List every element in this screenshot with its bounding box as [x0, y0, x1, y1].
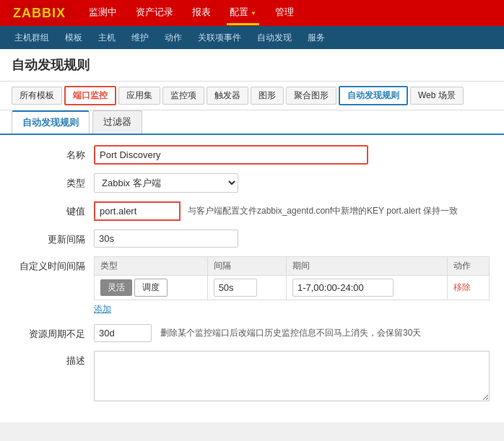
- nav-autodiscovery[interactable]: 自动发现: [250, 29, 299, 47]
- type-label: 类型: [14, 173, 94, 190]
- filter-port-monitor[interactable]: 端口监控: [64, 86, 116, 105]
- key-hint-text: 与客户端配置文件zabbix_agentd.conf中新增的KEY port.a…: [188, 205, 458, 217]
- form-row-type: 类型 Zabbix 客户端: [14, 173, 490, 193]
- nav-actions[interactable]: 动作: [157, 29, 189, 47]
- custom-interval-control: 类型 间隔 期间 动作 灵活 调度: [94, 256, 490, 315]
- row-period-input[interactable]: [292, 279, 394, 297]
- second-navigation: 主机群组 模板 主机 维护 动作 关联项事件 自动发现 服务: [0, 26, 504, 49]
- row-type: 灵活 调度: [95, 276, 208, 300]
- filter-all-templates[interactable]: 所有模板: [12, 87, 62, 105]
- sub-tabs: 自动发现规则 过滤器: [0, 110, 504, 135]
- nav-hosts[interactable]: 主机: [91, 29, 123, 47]
- subtab-autodiscovery[interactable]: 自动发现规则: [12, 110, 90, 134]
- row-interval: [207, 276, 286, 300]
- nav-monitor[interactable]: 监测中: [86, 1, 120, 25]
- btn-flexible[interactable]: 灵活: [100, 279, 132, 296]
- row-period: [286, 276, 447, 300]
- key-control: port.alert 与客户端配置文件zabbix_agentd.conf中新增…: [94, 201, 490, 221]
- interval-table: 类型 间隔 期间 动作 灵活 调度: [94, 256, 490, 300]
- filter-monitor-items[interactable]: 监控项: [162, 87, 204, 105]
- filter-tabs: 所有模板 端口监控 应用集 监控项 触发器 图形 聚合图形 自动发现规则 Web…: [0, 82, 504, 110]
- page-header: 自动发现规则: [0, 49, 504, 82]
- form-row-description: 描述: [14, 351, 490, 403]
- form-row-resource: 资源周期不足 删除某个监控端口后改端口历史监控信息不回马上消失，会保留30天: [14, 324, 490, 342]
- top-navigation: ZABBIX 监测中 资产记录 报表 配置 管理: [0, 0, 504, 26]
- col-interval: 间隔: [207, 257, 286, 276]
- nav-templates[interactable]: 模板: [58, 29, 90, 47]
- update-interval-control: [94, 230, 490, 248]
- form-area: 名称 类型 Zabbix 客户端 键值 port.alert 与客户端配置文件z…: [0, 135, 504, 422]
- row-action: 移除: [447, 276, 489, 300]
- key-label: 键值: [14, 201, 94, 218]
- form-row-name: 名称: [14, 145, 490, 165]
- custom-interval-label: 自定义时间间隔: [14, 256, 94, 273]
- remove-link[interactable]: 移除: [453, 282, 471, 292]
- form-row-key: 键值 port.alert 与客户端配置文件zabbix_agentd.conf…: [14, 201, 490, 221]
- resource-hint: 删除某个监控端口后改端口历史监控信息不回马上消失，会保留30天: [160, 327, 421, 339]
- nav-report[interactable]: 报表: [189, 1, 214, 25]
- name-label: 名称: [14, 145, 94, 162]
- filter-web-scenarios[interactable]: Web 场景: [410, 87, 464, 105]
- filter-graphs[interactable]: 图形: [251, 87, 284, 105]
- update-interval-input[interactable]: [94, 230, 238, 248]
- name-input[interactable]: [94, 145, 368, 165]
- form-row-update-interval: 更新间隔: [14, 230, 490, 248]
- filter-autodiscovery-rules[interactable]: 自动发现规则: [339, 86, 408, 105]
- top-nav-items: 监测中 资产记录 报表 配置 管理: [86, 1, 297, 25]
- col-type: 类型: [95, 257, 208, 276]
- resource-inline: 删除某个监控端口后改端口历史监控信息不回马上消失，会保留30天: [94, 324, 490, 342]
- btn-schedule[interactable]: 调度: [134, 279, 168, 297]
- add-interval-link[interactable]: 添加: [94, 303, 111, 315]
- filter-aggregate-graphs[interactable]: 聚合图形: [286, 87, 336, 105]
- key-inline: port.alert 与客户端配置文件zabbix_agentd.conf中新增…: [94, 201, 490, 221]
- resource-label: 资源周期不足: [14, 324, 94, 341]
- nav-admin[interactable]: 管理: [272, 1, 297, 25]
- subtab-filter[interactable]: 过滤器: [92, 110, 142, 134]
- type-control: Zabbix 客户端: [94, 173, 490, 193]
- nav-correlations[interactable]: 关联项事件: [191, 29, 248, 47]
- form-row-custom-interval: 自定义时间间隔 类型 间隔 期间 动作 灵活 调度: [14, 256, 490, 315]
- description-control: [94, 351, 490, 403]
- type-select[interactable]: Zabbix 客户端: [94, 173, 238, 193]
- nav-config[interactable]: 配置: [227, 1, 259, 25]
- row-interval-input[interactable]: [214, 279, 257, 297]
- filter-appsets[interactable]: 应用集: [118, 87, 160, 105]
- logo-abbix: ABBIX: [22, 6, 66, 20]
- brand-logo: ZABBIX: [7, 3, 71, 24]
- table-row: 灵活 调度 移除: [95, 276, 490, 300]
- resource-input[interactable]: [94, 324, 152, 342]
- page-title: 自动发现规则: [12, 56, 492, 74]
- col-action: 动作: [447, 257, 489, 276]
- nav-hostgroups[interactable]: 主机群组: [7, 29, 56, 47]
- resource-control: 删除某个监控端口后改端口历史监控信息不回马上消失，会保留30天: [94, 324, 490, 342]
- nav-assets[interactable]: 资产记录: [133, 1, 176, 25]
- key-value-display: port.alert: [94, 201, 181, 221]
- update-interval-label: 更新间隔: [14, 230, 94, 246]
- name-control: [94, 145, 490, 165]
- nav-services[interactable]: 服务: [300, 29, 332, 47]
- filter-triggers[interactable]: 触发器: [207, 87, 248, 105]
- col-period: 期间: [286, 257, 447, 276]
- nav-maintenance[interactable]: 维护: [124, 29, 156, 47]
- description-textarea[interactable]: [94, 351, 490, 401]
- description-label: 描述: [14, 351, 94, 367]
- logo-z: Z: [13, 6, 22, 20]
